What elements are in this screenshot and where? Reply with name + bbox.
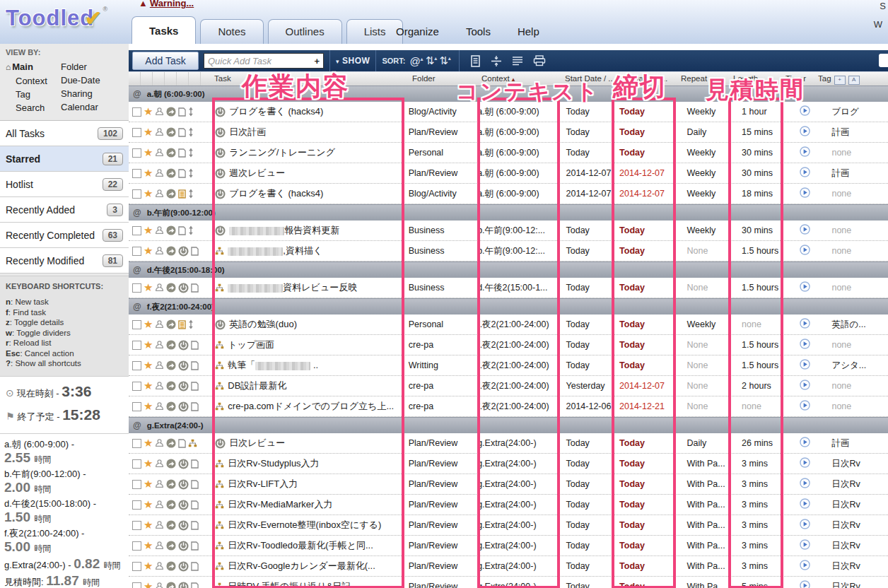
length-cell[interactable]: 1 hour (739, 107, 794, 117)
forward-icon[interactable] (166, 459, 176, 469)
reorder-icon[interactable] (188, 319, 194, 329)
task-title-cell[interactable]: 日次Rv-Googleカレンダー最新化(... (215, 560, 407, 572)
start-date-cell[interactable]: Today (560, 340, 617, 350)
folder-cell[interactable]: cre-pa (407, 381, 476, 391)
tag-cell[interactable]: 計画 (827, 127, 888, 139)
forward-icon[interactable] (166, 381, 176, 391)
star-icon[interactable]: ★ (144, 541, 153, 551)
timer-cell[interactable] (794, 167, 828, 180)
start-date-cell[interactable]: Today (560, 319, 617, 329)
start-date-cell[interactable]: 2014-12-07 (560, 168, 617, 178)
timer-cell[interactable] (794, 126, 828, 139)
due-date-cell[interactable]: Today (617, 438, 684, 448)
task-title-cell[interactable]: 日次Rv-LIFT入力 (215, 478, 407, 490)
due-date-cell[interactable]: Today (617, 127, 684, 137)
timer-icon[interactable] (178, 381, 189, 392)
tag-cell[interactable]: 日次Rv (827, 458, 888, 470)
context-cell[interactable]: a.朝 (6:00-9:00) (476, 127, 560, 139)
due-date-cell[interactable]: Today (617, 107, 684, 117)
timer-cell[interactable] (794, 245, 828, 257)
repeat-cell[interactable]: With Pa... (684, 561, 740, 571)
length-cell[interactable]: 30 mins (739, 168, 794, 178)
context-cell[interactable]: g.Extra(24:00-) (476, 438, 560, 448)
folder-cell[interactable]: Plan/Review (407, 438, 476, 448)
length-cell[interactable]: 18 mins (739, 189, 794, 199)
checkbox-icon[interactable] (132, 480, 141, 489)
folder-cell[interactable]: Plan/Review (407, 459, 476, 469)
length-cell[interactable]: 3 mins (739, 520, 794, 530)
due-date-cell[interactable]: Today (617, 148, 684, 158)
task-title-cell[interactable]: 日時RV-手帳の振り返り&日記 (215, 580, 407, 588)
checkbox-icon[interactable] (132, 582, 141, 588)
subtask-hierarchy-icon[interactable] (215, 247, 224, 255)
start-date-cell[interactable]: Today (560, 459, 617, 469)
checkbox-icon[interactable] (132, 341, 141, 350)
checkbox-icon[interactable] (132, 169, 141, 178)
repeat-cell[interactable]: None (684, 381, 740, 391)
length-cell[interactable]: none (739, 401, 794, 411)
subtask-hierarchy-icon[interactable] (215, 582, 224, 588)
task-title-cell[interactable]: ランニング/トレーニング (215, 146, 407, 159)
view-by-due-date[interactable]: Due-Date (61, 74, 116, 87)
note-icon[interactable] (191, 562, 199, 571)
context-cell[interactable]: g.Extra(24:00-) (476, 541, 560, 551)
forward-icon[interactable] (166, 520, 176, 530)
start-date-cell[interactable]: Today (560, 582, 617, 588)
person-icon[interactable] (155, 500, 164, 510)
tag-column-header[interactable]: Tag+A (814, 72, 875, 86)
star-icon[interactable]: ★ (144, 360, 153, 370)
context-cell[interactable]: a.朝 (6:00-9:00) (476, 188, 560, 200)
folder-cell[interactable]: cre-pa (407, 401, 476, 411)
task-title-cell[interactable]: ,資料描く (215, 245, 407, 257)
play-timer-icon[interactable] (800, 519, 810, 529)
length-cell[interactable]: 3 mins (739, 561, 794, 571)
star-icon[interactable]: ★ (144, 459, 153, 469)
folder-cell[interactable]: cre-pa (407, 340, 476, 350)
length-cell[interactable]: 3 mins (739, 479, 794, 489)
due-date-cell[interactable]: Today (617, 283, 684, 293)
reorder-icon[interactable] (188, 225, 194, 235)
tag-cell[interactable]: none (827, 189, 888, 199)
timer-cell[interactable] (794, 437, 828, 449)
subtask-hierarchy-icon[interactable] (215, 402, 224, 411)
timer-cell[interactable] (794, 400, 828, 413)
repeat-cell[interactable]: None (684, 283, 740, 293)
forward-icon[interactable] (166, 582, 176, 588)
quick-add-input[interactable]: Quick Add Task + (204, 53, 324, 69)
due-date-cell[interactable]: Today (617, 582, 684, 588)
tag-cell[interactable]: 英語の... (827, 319, 888, 331)
folder-cell[interactable]: Blog/Activity (407, 107, 476, 117)
person-icon[interactable] (155, 541, 164, 551)
checkbox-icon[interactable] (132, 439, 141, 448)
column-settings-icon[interactable]: A (848, 76, 860, 85)
repeat-cell[interactable]: None (684, 246, 740, 256)
due-date-cell[interactable]: Today (617, 459, 684, 469)
task-title-cell[interactable]: トップ画面 (215, 339, 407, 351)
timer-icon[interactable] (178, 283, 189, 293)
checkbox-icon[interactable] (132, 541, 141, 551)
timer-icon[interactable] (215, 168, 226, 179)
repeat-cell[interactable]: Weekly (684, 225, 740, 235)
note-icon[interactable] (178, 128, 186, 137)
play-timer-icon[interactable] (800, 318, 810, 329)
due-date-cell[interactable]: Today (617, 340, 684, 350)
person-icon[interactable] (155, 148, 164, 158)
forward-icon[interactable] (166, 127, 176, 137)
context-cell[interactable]: d.午後2(15:00-1... (476, 282, 560, 294)
note-icon[interactable] (178, 148, 186, 158)
forward-icon[interactable] (166, 283, 176, 293)
person-icon[interactable] (155, 127, 164, 137)
star-icon[interactable]: ★ (144, 225, 153, 235)
due-date-cell[interactable]: Today (617, 319, 684, 329)
note-icon[interactable] (191, 283, 199, 293)
warning-link[interactable]: ▲Warning... (139, 0, 194, 8)
due-date-cell[interactable]: 2014-12-07 (617, 189, 684, 199)
timer-icon[interactable] (215, 189, 226, 199)
timer-cell[interactable] (794, 478, 828, 490)
task-title-cell[interactable]: 週次レビュー (215, 167, 407, 180)
timer-cell[interactable] (794, 498, 828, 511)
star-icon[interactable]: ★ (144, 148, 153, 158)
play-timer-icon[interactable] (800, 339, 810, 349)
group-header[interactable]: @b.午前(9:00-12:00) (129, 204, 888, 220)
view-by-search[interactable]: Search (6, 101, 61, 114)
